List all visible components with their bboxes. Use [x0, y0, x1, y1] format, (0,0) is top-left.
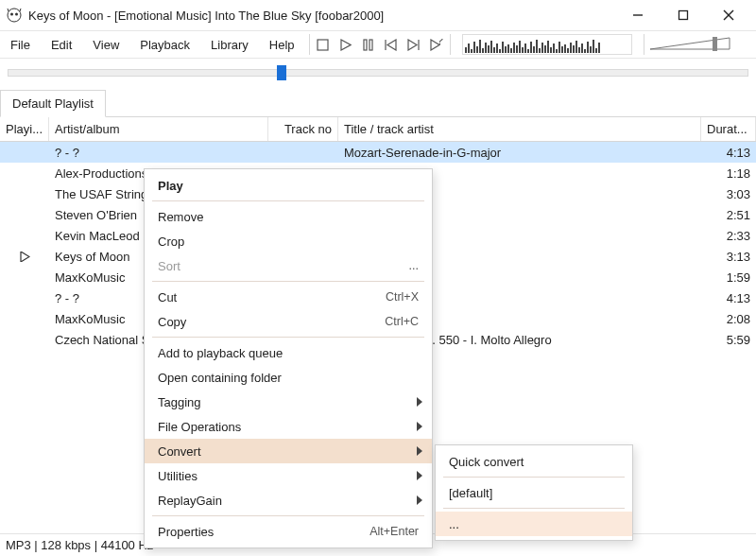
app-icon — [6, 7, 23, 24]
window-title: Keys of Moon - [Emotional Music] Into Th… — [28, 9, 624, 23]
svg-marker-8 — [341, 40, 351, 50]
svg-rect-9 — [364, 40, 367, 50]
menu-library[interactable]: Library — [200, 34, 259, 56]
svg-point-1 — [10, 13, 13, 16]
status-text: MP3 | 128 kbps | 44100 Hz — [6, 538, 153, 552]
column-headers: Playi... Artist/album Track no Title / t… — [0, 117, 756, 142]
minimize-button[interactable] — [624, 3, 652, 27]
visualizer — [462, 34, 632, 55]
ctx-utilities[interactable]: Utilities — [145, 463, 432, 488]
ctx-open-folder[interactable]: Open containing folder — [145, 365, 432, 390]
menu-view[interactable]: View — [82, 34, 129, 56]
svg-marker-13 — [408, 40, 417, 50]
maximize-button[interactable] — [669, 3, 697, 27]
tab-default-playlist[interactable]: Default Playlist — [0, 90, 106, 117]
svg-marker-24 — [417, 495, 422, 505]
table-row[interactable]: ? - ?Mozart-Serenade-in-G-major4:13 — [0, 142, 756, 163]
col-trackno[interactable]: Track no — [268, 117, 338, 141]
submenu-default[interactable]: [default] — [436, 480, 632, 505]
col-duration[interactable]: Durat... — [701, 117, 756, 141]
submenu-quick-convert[interactable]: Quick convert — [436, 449, 632, 474]
playlist-tabs: Default Playlist — [0, 89, 756, 117]
random-button[interactable]: ? — [427, 35, 446, 54]
menubar: FileEditViewPlaybackLibraryHelp ? — [0, 30, 756, 59]
menu-edit[interactable]: Edit — [41, 34, 82, 56]
context-menu: Play Remove Crop Sort... CutCtrl+X CopyC… — [144, 168, 433, 548]
svg-marker-21 — [417, 422, 422, 431]
pause-button[interactable] — [359, 35, 378, 54]
ctx-sort[interactable]: Sort... — [145, 253, 432, 278]
ctx-play[interactable]: Play — [145, 173, 432, 198]
playing-icon — [20, 252, 30, 262]
svg-marker-12 — [387, 40, 396, 50]
ctx-cut[interactable]: CutCtrl+X — [145, 285, 432, 309]
playback-toolbar: ? — [314, 35, 446, 54]
svg-point-2 — [15, 13, 18, 16]
col-artist[interactable]: Artist/album — [49, 117, 268, 141]
svg-rect-18 — [713, 37, 717, 51]
ctx-file-operations[interactable]: File Operations — [145, 414, 432, 439]
menu-playback[interactable]: Playback — [129, 34, 200, 56]
chevron-right-icon — [417, 397, 422, 407]
chevron-right-icon — [417, 446, 422, 456]
chevron-right-icon — [417, 495, 422, 505]
chevron-right-icon — [417, 471, 422, 480]
svg-marker-23 — [417, 471, 422, 480]
ctx-remove[interactable]: Remove — [145, 204, 432, 229]
ctx-properties[interactable]: PropertiesAlt+Enter — [145, 519, 432, 544]
col-title[interactable]: Title / track artist — [338, 117, 701, 141]
ctx-add-queue[interactable]: Add to playback queue — [145, 340, 432, 365]
ctx-convert[interactable]: Convert — [145, 439, 432, 463]
play-button[interactable] — [336, 35, 355, 54]
titlebar: Keys of Moon - [Emotional Music] Into Th… — [0, 0, 756, 30]
svg-marker-17 — [650, 38, 730, 49]
ctx-copy[interactable]: CopyCtrl+C — [145, 309, 432, 334]
seek-bar[interactable] — [8, 62, 748, 83]
ctx-replaygain[interactable]: ReplayGain — [145, 488, 432, 513]
volume-slider[interactable] — [648, 34, 733, 55]
col-playing[interactable]: Playi... — [0, 117, 49, 141]
ctx-tagging[interactable]: Tagging — [145, 390, 432, 414]
svg-marker-19 — [21, 252, 29, 262]
svg-rect-7 — [318, 40, 328, 50]
convert-submenu: Quick convert [default] ... — [435, 444, 633, 541]
svg-rect-10 — [369, 40, 372, 50]
ctx-crop[interactable]: Crop — [145, 229, 432, 253]
submenu-more[interactable]: ... — [436, 512, 632, 536]
svg-point-0 — [8, 9, 21, 22]
close-button[interactable] — [714, 3, 743, 27]
svg-text:?: ? — [437, 39, 443, 47]
svg-marker-22 — [417, 446, 422, 456]
prev-button[interactable] — [382, 35, 401, 54]
chevron-right-icon — [417, 422, 422, 431]
menu-file[interactable]: File — [0, 34, 41, 56]
menu-help[interactable]: Help — [259, 34, 305, 56]
svg-rect-4 — [679, 11, 688, 20]
stop-button[interactable] — [314, 35, 333, 54]
svg-marker-20 — [417, 397, 422, 407]
next-button[interactable] — [404, 35, 423, 54]
